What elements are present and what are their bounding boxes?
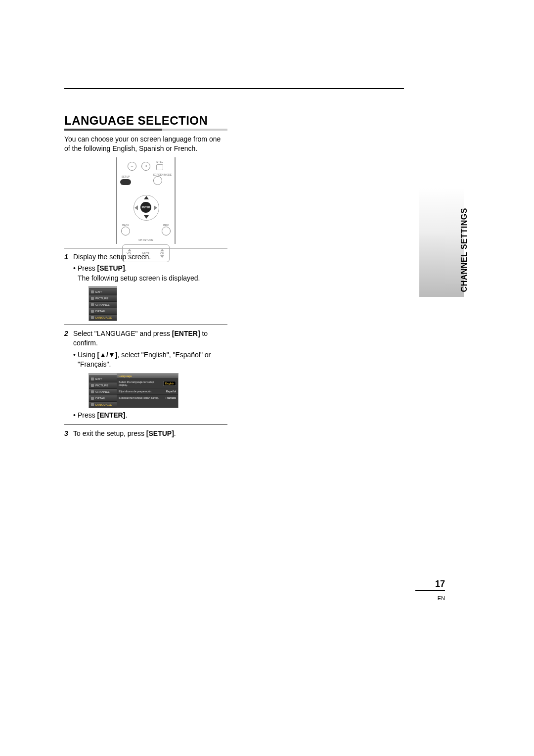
step-2-bullet: Using [▲/▼], select "English", "Español"…	[73, 350, 227, 370]
menu-icon	[91, 390, 94, 393]
page-lang: EN	[438, 595, 445, 601]
menu2-left-item: PICTURE	[89, 382, 117, 388]
menu-icon	[91, 384, 94, 387]
remote-screenmode-button	[153, 176, 162, 185]
main-column: You can choose your on screen language f…	[64, 135, 227, 438]
remote-still-label: STILL	[155, 160, 164, 163]
step-3-number: 3	[64, 429, 73, 439]
remote-setup-label: SETUP	[120, 175, 131, 178]
menu1-item: PICTURE	[89, 295, 117, 301]
remote-screenmode-label: SCREEN MODE	[153, 173, 172, 176]
menu-icon	[91, 316, 94, 319]
page-title: LANGUAGE SELECTION	[64, 114, 470, 128]
menu2-left-item: CHANNEL	[89, 388, 117, 395]
remote-dpad: ENTER	[129, 190, 163, 225]
step-3-text-c: .	[174, 429, 176, 437]
step-2-bullet-a: Using	[78, 351, 97, 359]
menu1-item: LANGUAGE	[89, 314, 117, 321]
menu1-item: EXIT	[89, 288, 117, 295]
dpad-up-icon	[144, 196, 149, 199]
menu1-item-label: DETAIL	[95, 310, 106, 313]
menu-icon	[91, 310, 94, 313]
menu2-left-label: EXIT	[95, 378, 102, 380]
menu2-row-value: Français	[166, 396, 176, 399]
step-1-bullet-prefix: Press	[78, 264, 97, 272]
menu-icon	[91, 403, 94, 406]
menu2-left-label: PICTURE	[95, 384, 108, 387]
remote-illustration: – 0 STILL SETUP SCREEN MODE	[116, 157, 176, 244]
menu1-item-label: LANGUAGE	[95, 316, 112, 319]
page-content: LANGUAGE SELECTION You can choose your o…	[64, 89, 470, 438]
step-2-text-b: [ENTER]	[172, 330, 200, 337]
remote-back-button	[121, 227, 130, 236]
menu1-item-label: PICTURE	[95, 297, 108, 300]
step-2b-prefix: Press	[78, 411, 97, 419]
step-3-text-b: [SETUP]	[146, 429, 174, 437]
step-1-after: The following setup screen is displayed.	[78, 274, 200, 282]
step-2-number: 2	[64, 329, 73, 339]
divider	[64, 425, 227, 425]
menu1-item-label: CHANNEL	[95, 303, 110, 306]
menu1-item: CHANNEL	[89, 301, 117, 308]
step-2-bullet-b: [▲/▼]	[97, 351, 118, 359]
remote-info-button	[162, 227, 171, 236]
menu2-left-item: DETAIL	[89, 395, 117, 401]
remote-ch-rocker: CH	[157, 249, 167, 258]
still-icon	[156, 164, 163, 170]
menu-icon	[91, 397, 94, 400]
menu2-left-label: LANGUAGE	[95, 403, 112, 406]
step-2b-bullet: Press [ENTER].	[73, 411, 227, 421]
remote-vol-rocker: VOL.	[125, 249, 134, 258]
step-2b-bold: [ENTER]	[97, 411, 126, 419]
step-2-text-a: Select "LANGUAGE" and press	[73, 330, 172, 337]
menu2-row-label: Elija idioma de preparación.	[119, 390, 152, 393]
dpad-down-icon	[144, 215, 149, 219]
remote-zero-button: 0	[141, 162, 150, 171]
setup-menu-figure-2: EXITPICTURECHANNELDETAILLANGUAGE Languag…	[89, 374, 178, 408]
menu2-row-value: Español	[166, 390, 176, 393]
heading-underline	[64, 129, 227, 131]
step-1-bullet-bold: [SETUP]	[97, 264, 125, 272]
dpad-right-icon	[154, 205, 157, 210]
menu2-left-item: EXIT	[89, 376, 117, 382]
menu1-item: DETAIL	[89, 308, 117, 314]
menu-icon	[91, 378, 94, 380]
divider	[64, 325, 227, 325]
step-1-bullet: Press [SETUP]. The following setup scree…	[73, 264, 227, 283]
menu2-left-item: LANGUAGE	[89, 401, 117, 408]
menu2-row: Sélectionner langue écran config.Françai…	[117, 395, 178, 401]
step-1-number: 1	[64, 252, 73, 262]
dpad-left-icon	[134, 205, 138, 210]
menu2-row-label: Sélectionner langue écran config.	[119, 396, 159, 399]
remote-dash-button: –	[128, 162, 136, 171]
remote-chreturn-label: CH RETURN	[119, 238, 173, 241]
step-3: 3 To exit the setup, press [SETUP].	[64, 429, 227, 439]
intro-text: You can choose your on screen language f…	[64, 135, 227, 153]
menu2-left-label: DETAIL	[95, 397, 106, 400]
menu2-row-label: Select the language for setup display.	[119, 380, 163, 386]
step-2: 2 Select "LANGUAGE" and press [ENTER] to…	[64, 329, 227, 348]
menu2-left-label: CHANNEL	[95, 390, 110, 393]
menu1-item-label: EXIT	[95, 290, 102, 293]
menu2-panel-title: Language	[117, 374, 178, 379]
menu-icon	[91, 297, 94, 300]
page-number: 17	[435, 579, 445, 589]
menu2-row: Select the language for setup display.En…	[117, 379, 178, 388]
remote-rocker-panel: VOL. MUTE CH	[122, 244, 170, 262]
remote-setup-button	[120, 179, 131, 185]
menu-icon	[91, 303, 94, 306]
menu-icon	[91, 290, 94, 293]
menu2-row: Elija idioma de preparación.Español	[117, 388, 178, 395]
setup-menu-figure-1: EXITPICTURECHANNELDETAILLANGUAGE	[89, 286, 117, 321]
remote-enter-button: ENTER	[140, 202, 151, 213]
page-number-block: 17 EN	[415, 579, 445, 603]
menu2-row-value: English	[163, 381, 176, 386]
step-2b-suffix: .	[125, 411, 127, 419]
step-3-text-a: To exit the setup, press	[73, 429, 146, 437]
remote-mute-label: MUTE	[142, 252, 149, 255]
step-1-bullet-suffix: .	[125, 264, 127, 272]
